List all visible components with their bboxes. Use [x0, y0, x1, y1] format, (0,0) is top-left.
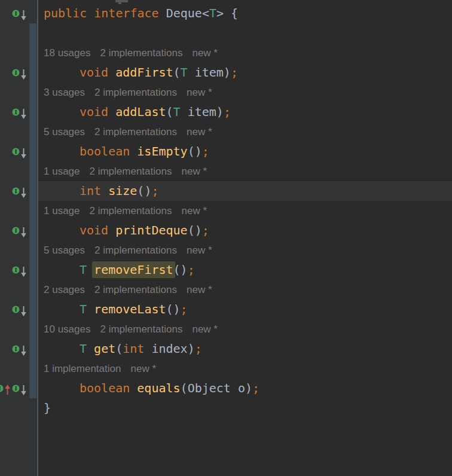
highlighted-identifier: removeFirst [92, 261, 175, 278]
interface-icon[interactable]: I [12, 306, 20, 313]
code-token: T [181, 65, 188, 80]
svg-text:I: I [14, 228, 17, 234]
inlay-hint[interactable]: 5 usages [44, 122, 85, 142]
inlay-hint[interactable]: 2 implementations [90, 201, 172, 221]
gutter-icon-group[interactable]: I [12, 181, 27, 201]
inlay-hint[interactable]: new * [187, 122, 212, 142]
interface-icon[interactable]: I [12, 108, 20, 116]
code-token: item [181, 105, 216, 119]
code-token: item [188, 65, 224, 80]
code-token: () [173, 263, 188, 277]
inlay-hint[interactable]: new * [187, 83, 212, 102]
svg-text:I: I [14, 70, 17, 76]
inlay-hint-line: 5 usages2 implementationsnew * [38, 240, 452, 260]
code-token: () [188, 223, 202, 237]
interface-icon[interactable]: I [12, 187, 20, 195]
code-token: ; [195, 341, 202, 356]
code-token: T [173, 105, 181, 119]
svg-text:I: I [14, 267, 17, 273]
gutter-icon-group[interactable]: I [12, 63, 27, 83]
inlay-hint[interactable]: new * [130, 359, 156, 379]
svg-text:I: I [14, 307, 17, 313]
inlay-hint[interactable]: new * [181, 161, 207, 181]
code-token: T [80, 341, 87, 356]
code-line[interactable]: void printDeque(); [38, 221, 452, 240]
code-token: void [80, 65, 115, 80]
editor-rows: public interface Deque<T> {18 usages2 im… [38, 4, 452, 418]
gutter-icon-group[interactable]: I [0, 379, 11, 398]
inlay-hint[interactable]: 2 implementations [90, 161, 172, 181]
inlay-hint[interactable]: new * [192, 319, 218, 339]
inlay-hint[interactable]: 1 implementation [44, 359, 121, 379]
inlay-hint[interactable]: 2 implementations [94, 83, 177, 102]
implemented-arrow-down-icon[interactable] [20, 187, 27, 199]
interface-icon[interactable]: I [12, 266, 20, 274]
code-token: public interface [44, 6, 166, 20]
gutter-icon-group[interactable]: I [12, 4, 27, 23]
code-token: Deque [166, 6, 202, 20]
gutter-icon-group[interactable]: I [12, 339, 27, 359]
code-token: int [123, 341, 144, 356]
code-token: get [94, 341, 115, 356]
inlay-hint-line: 1 usage2 implementationsnew * [38, 201, 452, 221]
inlay-hint[interactable]: 18 usages [44, 43, 90, 63]
code-line[interactable]: T removeFirst(); [38, 260, 452, 280]
inlay-hint[interactable]: 10 usages [44, 319, 90, 339]
inlay-hint[interactable]: 2 implementations [94, 122, 177, 142]
code-line[interactable]: void addLast(T item); [38, 102, 452, 122]
overrides-arrow-up-icon[interactable] [4, 384, 11, 395]
inlay-hint[interactable]: new * [181, 201, 207, 221]
inlay-hint[interactable]: new * [192, 43, 218, 63]
svg-text:I: I [14, 109, 17, 115]
svg-text:I: I [14, 386, 17, 392]
implemented-arrow-down-icon[interactable] [20, 108, 27, 120]
interface-icon[interactable]: I [12, 345, 20, 353]
implemented-arrow-down-icon[interactable] [20, 10, 27, 21]
gutter-icon-group[interactable]: I [12, 221, 27, 240]
code-token: ; [151, 184, 158, 198]
inlay-hint[interactable]: new * [187, 280, 212, 300]
interface-icon[interactable]: I [12, 148, 20, 155]
code-line[interactable]: T get(int index); [38, 339, 452, 359]
implemented-arrow-down-icon[interactable] [20, 306, 27, 317]
inlay-hint[interactable]: 2 implementations [100, 43, 182, 63]
implemented-arrow-down-icon[interactable] [20, 266, 27, 277]
interface-icon[interactable]: I [12, 69, 20, 77]
inlay-hint-line: 10 usages2 implementationsnew * [38, 319, 452, 339]
code-line[interactable]: void addFirst(T item); [38, 63, 452, 83]
inlay-hint[interactable]: 1 usage [44, 201, 80, 221]
inlay-hint[interactable]: 2 implementations [94, 240, 177, 260]
interface-icon[interactable]: I [12, 385, 20, 392]
gutter-icon-group[interactable]: I [12, 142, 27, 161]
interface-icon[interactable]: I [12, 10, 20, 17]
code-token: ; [202, 223, 209, 237]
inlay-hint[interactable]: 3 usages [44, 83, 85, 102]
code-token: T [80, 302, 87, 316]
implemented-arrow-down-icon[interactable] [20, 345, 27, 356]
interface-icon[interactable]: I [12, 227, 20, 234]
code-line[interactable]: int size(); [38, 181, 452, 201]
inlay-hint[interactable]: new * [187, 240, 212, 260]
inlay-hint[interactable]: 2 implementations [100, 319, 182, 339]
code-line[interactable]: public interface Deque<T> { [38, 4, 452, 23]
code-token: T [209, 6, 216, 20]
code-line[interactable]: } [38, 398, 452, 418]
gutter-icon-group[interactable]: I [12, 300, 27, 319]
code-line[interactable]: T removeLast(); [38, 300, 452, 319]
implemented-arrow-down-icon[interactable] [20, 227, 27, 238]
implemented-arrow-down-icon[interactable] [20, 385, 27, 396]
interface-icon-clipped[interactable]: I [0, 385, 4, 392]
vcs-change-strip[interactable] [29, 23, 36, 398]
gutter-icon-group[interactable]: I [12, 379, 27, 398]
inlay-hint[interactable]: 2 implementations [94, 280, 177, 300]
code-line[interactable]: boolean isEmpty(); [38, 142, 452, 161]
inlay-hint[interactable]: 5 usages [44, 240, 85, 260]
code-line[interactable]: boolean equals(Object o); [38, 379, 452, 398]
inlay-hint[interactable]: 2 usages [44, 280, 85, 300]
inlay-hint[interactable]: 1 usage [44, 161, 80, 181]
gutter-icon-group[interactable]: I [12, 102, 27, 122]
implemented-arrow-down-icon[interactable] [20, 69, 27, 80]
gutter-icon-group[interactable]: I [12, 260, 27, 280]
implemented-arrow-down-icon[interactable] [20, 148, 27, 159]
code-token: void [80, 223, 115, 237]
